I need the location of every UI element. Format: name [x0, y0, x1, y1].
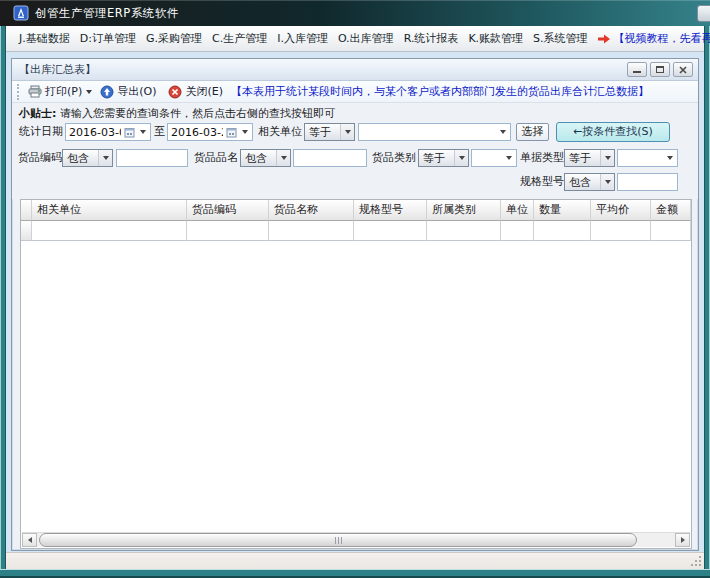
print-button[interactable]: 打印(P) — [26, 84, 84, 99]
child-close-button[interactable] — [673, 62, 693, 77]
search-button[interactable]: ←按条件查找(S) — [556, 122, 670, 142]
printer-icon — [28, 85, 42, 98]
window-border-bottom — [0, 569, 710, 578]
item-category-combo[interactable] — [471, 149, 517, 167]
close-report-button[interactable]: 关闭(E) — [166, 84, 225, 99]
spec-input[interactable] — [618, 176, 677, 189]
print-label: 打印(P) — [45, 84, 82, 99]
column-header-item-code[interactable]: 货品编码 — [187, 200, 269, 221]
child-restore-button[interactable] — [650, 62, 670, 77]
item-code-op-combo[interactable]: 包含 — [62, 149, 113, 167]
menu-item-inbound[interactable]: I.入库管理 — [272, 26, 333, 51]
thumb-grip — [338, 537, 339, 544]
chevron-down-icon[interactable] — [496, 124, 510, 140]
menubar: J.基础数据 D:订单管理 G.采购管理 C.生产管理 I.入库管理 O.出库管… — [6, 26, 704, 52]
red-arrow-icon — [597, 33, 611, 45]
scroll-left-button[interactable] — [22, 533, 37, 547]
related-unit-label: 相关单位 — [258, 123, 302, 141]
table-cell — [32, 221, 187, 241]
menu-item-system[interactable]: S.系统管理 — [528, 26, 592, 51]
doc-type-combo[interactable] — [617, 149, 678, 167]
item-code-input[interactable] — [117, 152, 187, 165]
item-name-op-value: 包含 — [245, 151, 267, 166]
date-to-dropdown[interactable] — [238, 124, 252, 140]
menu-item-accounts[interactable]: K.账款管理 — [463, 26, 528, 51]
arrow-right-icon — [681, 537, 685, 543]
titlebar[interactable]: 创管生产管理ERP系统软件 — [0, 0, 710, 26]
child-minimize-button[interactable] — [627, 62, 647, 77]
menu-item-base-data[interactable]: J.基础数据 — [14, 26, 75, 51]
date-from-dropdown[interactable] — [136, 124, 150, 140]
menu-item-production[interactable]: C.生产管理 — [207, 26, 272, 51]
doc-type-input[interactable] — [618, 152, 663, 165]
item-category-input[interactable] — [472, 152, 502, 165]
date-from-input[interactable] — [66, 126, 124, 139]
chevron-down-icon[interactable] — [600, 174, 614, 190]
column-header-quantity[interactable]: 数量 — [534, 200, 591, 221]
child-titlebar[interactable]: 【出库汇总表】 — [12, 59, 698, 81]
table-cell — [651, 221, 691, 241]
statusbar — [6, 552, 704, 569]
chevron-down-icon[interactable] — [276, 150, 290, 166]
table-row[interactable] — [21, 221, 691, 241]
export-button[interactable]: 导出(O) — [98, 84, 158, 99]
item-name-input[interactable] — [294, 152, 366, 165]
table-cell — [591, 221, 651, 241]
resize-grip[interactable] — [690, 555, 702, 567]
scroll-right-button[interactable] — [675, 533, 690, 547]
spec-op-combo[interactable]: 包含 — [564, 173, 615, 191]
chevron-down-icon[interactable] — [502, 150, 516, 166]
window-border-left — [0, 0, 6, 578]
row-selector-header[interactable] — [21, 200, 32, 221]
date-from-field[interactable] — [65, 123, 151, 141]
menu-item-orders[interactable]: D:订单管理 — [75, 26, 141, 51]
chevron-down-icon[interactable] — [340, 124, 354, 140]
row-selector-cell[interactable] — [21, 221, 32, 241]
to-label: 至 — [154, 123, 165, 141]
related-unit-combo[interactable] — [358, 123, 511, 141]
column-header-avg-price[interactable]: 平均价 — [591, 200, 651, 221]
item-name-field[interactable] — [293, 149, 367, 167]
item-code-field[interactable] — [116, 149, 188, 167]
menu-item-outbound[interactable]: O.出库管理 — [333, 26, 399, 51]
toolbar: 打印(P) 导出(O) 关闭(E) 【本表用于统计某段时间内，与某个客户或者内部… — [12, 81, 698, 103]
column-header-related-unit[interactable]: 相关单位 — [32, 200, 187, 221]
column-header-category[interactable]: 所属类别 — [427, 200, 501, 221]
toolbar-note: 【本表用于统计某段时间内，与某个客户或者内部部门发生的货品出库合计汇总数据】 — [231, 84, 649, 99]
print-dropdown-arrow[interactable] — [86, 90, 92, 94]
chevron-down-icon[interactable] — [600, 150, 614, 166]
chevron-down-icon[interactable] — [98, 150, 112, 166]
minimize-button[interactable] — [697, 5, 710, 22]
related-unit-op-combo[interactable]: 等于 — [304, 123, 355, 141]
video-tutorial-link[interactable]: 【视频教程，先看再用】 — [614, 31, 710, 46]
column-header-item-name[interactable]: 货品名称 — [269, 200, 354, 221]
close-label: 关闭(E) — [185, 84, 223, 99]
item-name-op-combo[interactable]: 包含 — [240, 149, 291, 167]
spec-field[interactable] — [617, 173, 678, 191]
doc-type-op-combo[interactable]: 等于 — [564, 149, 615, 167]
table-header-row: 相关单位 货品编码 货品名称 规格型号 所属类别 单位 数量 平均价 金额 — [21, 200, 691, 221]
restore-icon — [656, 66, 664, 73]
horizontal-scrollbar[interactable] — [22, 532, 690, 547]
column-header-unit[interactable]: 单位 — [501, 200, 534, 221]
chevron-down-icon[interactable] — [663, 150, 677, 166]
item-code-label: 货品编码 — [18, 149, 62, 167]
tip-text: 请输入您需要的查询条件，然后点击右侧的查找按钮即可 — [60, 107, 335, 120]
item-code-op-value: 包含 — [67, 151, 89, 166]
calendar-icon[interactable] — [226, 127, 237, 138]
related-unit-input[interactable] — [359, 126, 496, 139]
table-cell — [187, 221, 269, 241]
calendar-icon[interactable] — [124, 127, 135, 138]
date-to-input[interactable] — [168, 126, 226, 139]
column-header-spec[interactable]: 规格型号 — [354, 200, 427, 221]
menu-item-purchasing[interactable]: G.采购管理 — [141, 26, 207, 51]
menu-item-reports[interactable]: R.统计报表 — [399, 26, 464, 51]
select-button[interactable]: 选择 — [516, 123, 549, 141]
table-cell — [534, 221, 591, 241]
item-category-op-combo[interactable]: 等于 — [418, 149, 469, 167]
date-to-field[interactable] — [167, 123, 253, 141]
scrollbar-thumb[interactable] — [39, 533, 637, 547]
toolbar-grip[interactable] — [17, 84, 20, 100]
column-header-amount[interactable]: 金额 — [651, 200, 691, 221]
chevron-down-icon[interactable] — [454, 150, 468, 166]
